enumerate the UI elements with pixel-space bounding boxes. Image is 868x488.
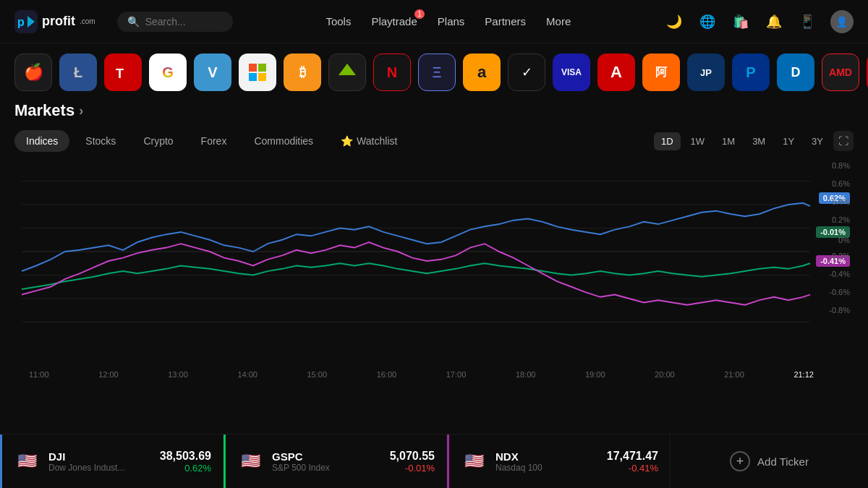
svg-text:p: p bbox=[17, 16, 25, 28]
nav-tools[interactable]: Tools bbox=[326, 15, 351, 27]
ticker-baba[interactable]: 阿 bbox=[642, 53, 680, 91]
ticker-info-ndx: NDX Nasdaq 100 bbox=[495, 450, 598, 473]
globe-icon[interactable]: 🌐 bbox=[697, 12, 718, 32]
ticker-nflx[interactable]: N bbox=[373, 53, 411, 91]
x-label-1800: 18:00 bbox=[516, 370, 536, 379]
expand-button[interactable]: ⛶ bbox=[833, 131, 854, 151]
nav-partners[interactable]: Partners bbox=[485, 15, 526, 27]
avatar[interactable]: 👤 bbox=[830, 10, 854, 33]
y-label-02: 0.2% bbox=[832, 215, 850, 224]
ticker-v[interactable]: V bbox=[194, 53, 231, 91]
svg-rect-4 bbox=[249, 64, 257, 72]
tab-stocks[interactable]: Stocks bbox=[74, 130, 127, 152]
time-1y[interactable]: 1Y bbox=[775, 132, 801, 150]
ticker-btc[interactable]: ₿ bbox=[284, 53, 321, 91]
logo-text: profit bbox=[42, 14, 75, 29]
ticker-name-dji: Dow Jones Indust... bbox=[48, 463, 142, 473]
watchlist-star: ⭐ bbox=[341, 135, 353, 147]
ticker-jpm[interactable]: JP bbox=[687, 53, 725, 91]
ticker-card-dji[interactable]: 🇺🇸 DJI Dow Jones Indust... 38,503.69 0.6… bbox=[0, 435, 224, 488]
time-1d[interactable]: 1D bbox=[654, 132, 681, 150]
x-label-1100: 11:00 bbox=[29, 370, 49, 379]
ticker-price-dji: 38,503.69 0.62% bbox=[160, 450, 211, 474]
nav-playtrade[interactable]: Playtrade1 bbox=[371, 15, 417, 27]
y-label-08: 0.8% bbox=[832, 161, 850, 170]
search-input[interactable] bbox=[145, 16, 225, 27]
ticker-eth[interactable]: Ξ bbox=[418, 53, 456, 91]
tab-watchlist[interactable]: ⭐ Watchlist bbox=[329, 130, 409, 152]
ticker-nvda[interactable] bbox=[328, 53, 366, 91]
svg-rect-5 bbox=[258, 64, 266, 72]
x-label-1900: 19:00 bbox=[585, 370, 605, 379]
chart-container: 0.62% -0.01% -0.41% 0.8% 0.6% 0.4% 0.2% … bbox=[14, 158, 854, 367]
tab-forex[interactable]: Forex bbox=[190, 130, 239, 152]
markets-title[interactable]: Markets › bbox=[14, 101, 854, 120]
ticker-card-gspc[interactable]: 🇺🇸 GSPC S&P 500 Index 5,070.55 -0.01% bbox=[224, 435, 447, 488]
markets-section: Markets › Indices Stocks Crypto Forex Co… bbox=[0, 101, 868, 379]
chart-svg bbox=[22, 158, 846, 346]
markets-chevron: › bbox=[79, 103, 83, 119]
ticker-price-value-dji: 38,503.69 bbox=[160, 450, 211, 463]
nav-plans[interactable]: Plans bbox=[438, 15, 465, 27]
svg-text:T: T bbox=[116, 67, 124, 81]
tab-row: Indices Stocks Crypto Forex Commodities … bbox=[14, 130, 854, 152]
time-1w[interactable]: 1W bbox=[684, 132, 712, 150]
ticker-visa[interactable]: VISA bbox=[553, 53, 590, 91]
tab-crypto[interactable]: Crypto bbox=[132, 130, 184, 152]
search-bar[interactable]: 🔍 bbox=[117, 12, 233, 32]
ticker-nke[interactable]: ✓ bbox=[508, 53, 545, 91]
ticker-pypl[interactable]: P bbox=[732, 53, 770, 91]
ticker-price-ndx: 17,471.47 -0.41% bbox=[607, 450, 658, 474]
y-label-neg06: -0.6% bbox=[829, 288, 850, 296]
ticker-msft[interactable] bbox=[239, 53, 276, 91]
ticker-name-ndx: Nasdaq 100 bbox=[495, 463, 590, 473]
add-ticker-button[interactable]: + Add Ticker bbox=[671, 435, 868, 488]
x-label-2112: 21:12 bbox=[793, 370, 814, 379]
ticker-info-dji: DJI Dow Jones Indust... bbox=[48, 450, 151, 473]
store-icon[interactable]: 🛍️ bbox=[731, 12, 751, 32]
ticker-name-gspc: S&P 500 Index bbox=[272, 463, 366, 473]
x-label-1700: 17:00 bbox=[446, 370, 467, 379]
add-ticker-label: Add Ticker bbox=[757, 455, 809, 468]
ticker-change-dji: 0.62% bbox=[160, 463, 211, 474]
ticker-row: 🍎 Ł T G V ₿ N Ξ a ✓ VISA A 阿 JP P bbox=[0, 43, 868, 101]
add-circle-icon: + bbox=[730, 451, 750, 471]
markets-title-text: Markets bbox=[14, 101, 75, 120]
ticker-tsla[interactable]: T bbox=[104, 53, 142, 91]
ticker-change-gspc: -0.01% bbox=[390, 463, 435, 474]
ticker-apple[interactable]: 🍎 bbox=[14, 53, 52, 91]
playtrade-badge: 1 bbox=[414, 9, 425, 19]
time-3m[interactable]: 3M bbox=[745, 132, 773, 150]
nav-more[interactable]: More bbox=[546, 15, 571, 27]
svg-marker-8 bbox=[339, 64, 356, 75]
tab-commodities[interactable]: Commodities bbox=[242, 130, 325, 152]
ticker-card-ndx[interactable]: 🇺🇸 NDX Nasdaq 100 17,471.47 -0.41% bbox=[447, 435, 671, 488]
ticker-ltc[interactable]: Ł bbox=[59, 53, 97, 91]
y-label-neg04: -0.4% bbox=[829, 270, 850, 278]
ticker-symbol-dji: DJI bbox=[48, 450, 151, 463]
ticker-dis[interactable]: D bbox=[777, 53, 814, 91]
x-label-2100: 21:00 bbox=[724, 370, 744, 379]
watchlist-label: Watchlist bbox=[357, 135, 397, 147]
ticker-adbe[interactable]: A bbox=[597, 53, 635, 91]
y-label-04: 0.4% bbox=[832, 197, 850, 206]
logo[interactable]: p profit.com bbox=[14, 10, 95, 33]
logo-dot: .com bbox=[80, 17, 95, 25]
ticker-amd[interactable]: AMD bbox=[822, 53, 859, 91]
ticker-goog[interactable]: G bbox=[149, 53, 187, 91]
y-label-06: 0.6% bbox=[832, 179, 850, 188]
x-label-1200: 12:00 bbox=[98, 370, 119, 379]
ticker-price-gspc: 5,070.55 -0.01% bbox=[390, 450, 435, 474]
tab-indices[interactable]: Indices bbox=[14, 130, 69, 152]
dark-mode-icon[interactable]: 🌙 bbox=[664, 12, 684, 32]
bell-icon[interactable]: 🔔 bbox=[764, 12, 784, 32]
ticker-price-value-ndx: 17,471.47 bbox=[607, 450, 658, 463]
ticker-amzn[interactable]: a bbox=[463, 53, 501, 91]
x-axis: 11:00 12:00 13:00 14:00 15:00 16:00 17:0… bbox=[14, 367, 814, 379]
time-3y[interactable]: 3Y bbox=[804, 132, 830, 150]
x-label-1400: 14:00 bbox=[237, 370, 258, 379]
y-label-neg08: -0.8% bbox=[829, 306, 850, 314]
x-label-1600: 16:00 bbox=[377, 370, 397, 379]
time-1m[interactable]: 1M bbox=[715, 132, 742, 150]
mobile-icon[interactable]: 📱 bbox=[797, 12, 817, 32]
